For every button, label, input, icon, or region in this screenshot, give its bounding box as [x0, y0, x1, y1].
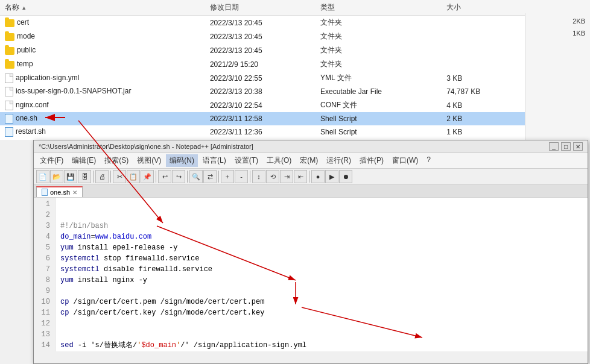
table-row[interactable]: mode 2022/3/13 20:45 文件夹 — [0, 30, 590, 43]
menu-lang[interactable]: 语言(L) — [199, 154, 230, 167]
table-row[interactable]: one.sh 2022/3/11 12:58 Shell Script 2 KB — [0, 112, 590, 125]
table-row[interactable]: cert 2022/3/13 20:45 文件夹 — [0, 16, 590, 30]
table-row[interactable]: nginx.conf 2022/3/10 22:54 CONF 文件 4 KB — [0, 98, 590, 112]
size-panel: 2KB 1KB — [525, 13, 590, 140]
toolbar-record[interactable]: ⏺ — [339, 170, 352, 183]
toolbar-copy[interactable]: 📋 — [127, 170, 140, 183]
code-line: yum install epel-release -y — [60, 242, 583, 253]
toolbar-indent2[interactable]: ⇤ — [294, 170, 307, 183]
file-type: Shell Script — [316, 125, 442, 139]
toolbar-replace[interactable]: ⇄ — [203, 170, 217, 183]
toolbar-print[interactable]: 🖨 — [95, 170, 109, 183]
table-row[interactable]: public 2022/3/13 20:45 文件夹 — [0, 43, 590, 57]
code-line: yum install nginx -y — [60, 275, 583, 286]
toolbar-macro[interactable]: ● — [311, 170, 325, 183]
file-type: Executable Jar File — [316, 85, 442, 98]
file-name: nginx.conf — [0, 98, 205, 112]
folder-icon — [5, 33, 14, 41]
toolbar-macro-play[interactable]: ▶ — [325, 170, 338, 183]
folder-icon — [5, 61, 14, 69]
menu-view[interactable]: 视图(V) — [133, 154, 165, 167]
col-size[interactable]: 大小 — [442, 0, 505, 16]
toolbar-new[interactable]: 📄 — [36, 170, 49, 183]
toolbar-saveall[interactable]: 🗄 — [78, 170, 91, 183]
menu-encode[interactable]: 编码(N) — [166, 154, 198, 167]
tab-close-button[interactable]: ✕ — [72, 189, 77, 196]
toolbar-redo[interactable]: ↪ — [172, 170, 185, 183]
sep5 — [218, 171, 219, 183]
toolbar-sync[interactable]: ↕ — [252, 170, 265, 183]
toolbar-indent[interactable]: ⇥ — [280, 170, 293, 183]
file-type: YML 文件 — [316, 71, 442, 85]
toolbar: 📄 📂 💾 🗄 🖨 ✂ 📋 📌 ↩ ↪ 🔍 ⇄ + - ↕ ⟲ ⇥ ⇤ ● ▶ … — [34, 169, 588, 185]
file-name: restart.sh — [0, 125, 205, 139]
file-name: one.sh — [0, 112, 205, 125]
file-icon — [5, 74, 13, 83]
tab-label: one.sh — [50, 189, 70, 196]
minimize-button[interactable]: _ — [549, 142, 559, 151]
menu-settings[interactable]: 设置(T) — [231, 154, 262, 167]
toolbar-find[interactable]: 🔍 — [189, 170, 203, 183]
col-date[interactable]: 修改日期 — [205, 0, 316, 16]
menu-window[interactable]: 窗口(W) — [389, 154, 422, 167]
menu-search[interactable]: 搜索(S) — [101, 154, 132, 167]
code-line — [60, 329, 583, 340]
sep3 — [156, 171, 156, 183]
file-size: 1 KB — [442, 125, 505, 139]
table-row[interactable]: application-sign.yml 2022/3/10 22:55 YML… — [0, 71, 590, 85]
code-line — [60, 286, 583, 297]
sep1 — [93, 171, 94, 183]
table-row[interactable]: restart.sh 2022/3/11 12:36 Shell Script … — [0, 125, 590, 139]
file-name: ios-super-sign-0.0.1-SNAPSHOT.jar — [0, 85, 205, 98]
code-line: #!/bin/bash — [60, 221, 583, 231]
shell-file-icon — [5, 127, 13, 137]
tab-bar: one.sh ✕ — [34, 185, 588, 198]
menu-help[interactable]: ? — [423, 154, 434, 167]
file-type: Shell Script — [316, 112, 442, 125]
toolbar-wrap[interactable]: ⟲ — [266, 170, 279, 183]
table-row[interactable]: ios-super-sign-0.0.1-SNAPSHOT.jar 2022/3… — [0, 85, 590, 98]
code-editor: 1234567891011121314151617181920 #!/bin/b… — [34, 198, 588, 351]
maximize-button[interactable]: □ — [561, 142, 571, 151]
file-type: CONF 文件 — [316, 98, 442, 112]
col-type[interactable]: 类型 — [316, 0, 442, 16]
menu-run[interactable]: 运行(R) — [323, 154, 355, 167]
menu-macro[interactable]: 宏(M) — [296, 154, 322, 167]
file-size: 74,787 KB — [442, 85, 505, 98]
code-content[interactable]: #!/bin/bashdo_main=www.baidu.comyum inst… — [56, 198, 588, 351]
file-date: 2022/3/13 20:45 — [205, 16, 316, 30]
toolbar-save[interactable]: 💾 — [64, 170, 77, 183]
file-name: mode — [0, 30, 205, 43]
toolbar-open[interactable]: 📂 — [50, 170, 63, 183]
file-table: 名称 ▲ 修改日期 类型 大小 cert 2022/3/13 20:45 文件夹 — [0, 0, 590, 139]
tab-file-icon — [42, 189, 48, 196]
file-size — [442, 57, 505, 71]
sep4 — [187, 171, 188, 183]
file-icon — [5, 87, 13, 96]
code-line: cp /sign/cert/cert.pem /sign/mode/cert/c… — [60, 297, 583, 307]
file-name: application-sign.yml — [0, 71, 205, 85]
toolbar-cut[interactable]: ✂ — [113, 170, 126, 183]
menu-edit[interactable]: 编辑(E) — [68, 154, 100, 167]
file-size: 2 KB — [442, 112, 505, 125]
toolbar-zoom-in[interactable]: + — [221, 170, 234, 183]
toolbar-undo[interactable]: ↩ — [158, 170, 171, 183]
table-row[interactable]: temp 2021/2/9 15:20 文件夹 — [0, 57, 590, 71]
file-size: 4 KB — [442, 98, 505, 112]
file-icon — [5, 101, 13, 110]
close-button[interactable]: ✕ — [573, 142, 583, 151]
code-line: systemctl stop firewalld.service — [60, 253, 583, 264]
menu-tools[interactable]: 工具(O) — [263, 154, 295, 167]
code-line: do_main=www.baidu.com — [60, 231, 583, 242]
folder-icon — [5, 19, 14, 27]
tab-one-sh[interactable]: one.sh ✕ — [36, 186, 83, 197]
file-date: 2022/3/10 22:54 — [205, 98, 316, 112]
toolbar-paste[interactable]: 📌 — [141, 170, 154, 183]
file-date: 2022/3/13 20:45 — [205, 30, 316, 43]
menu-file[interactable]: 文件(F) — [36, 154, 67, 167]
code-line — [60, 351, 583, 351]
code-line: cp /sign/cert/cert.key /sign/mode/cert/c… — [60, 307, 583, 318]
col-name[interactable]: 名称 ▲ — [0, 0, 205, 16]
toolbar-zoom-out[interactable]: - — [235, 170, 248, 183]
menu-plugins[interactable]: 插件(P) — [356, 154, 387, 167]
